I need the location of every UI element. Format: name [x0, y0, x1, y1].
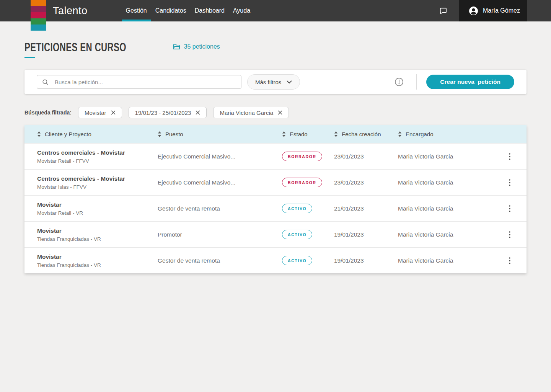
project-name: Tiendas Franquiciadas - VR [37, 236, 158, 242]
column-header-label: Cliente y Proyecto [45, 131, 91, 137]
column-header-puesto[interactable]: Puesto [158, 131, 282, 137]
user-name: María Gómez [483, 7, 520, 14]
table-row[interactable]: Centros comerciales - Movistar Movistar … [24, 143, 527, 169]
petitions-count-link[interactable]: 35 peticiones [173, 43, 220, 50]
user-menu[interactable]: María Gómez [459, 0, 527, 21]
user-avatar-icon [469, 6, 478, 16]
table-row[interactable]: Movistar Movistar Retail - VR Gestor de … [24, 195, 527, 221]
manager-cell: Maria Victoria Garcia [398, 205, 505, 212]
creation-date-cell: 19/01/2023 [334, 231, 398, 238]
filter-chip-daterange[interactable]: 19/01/23 - 25/01/2023 [129, 107, 207, 118]
client-name: Movistar [37, 227, 158, 234]
column-header-label: Estado [290, 131, 308, 137]
creation-date-cell: 21/01/2023 [334, 205, 398, 212]
manager-cell: Maria Victoria Garcia [398, 231, 505, 238]
client-project-cell: Movistar Movistar Retail - VR [37, 201, 158, 216]
nav-item-candidatos[interactable]: Candidatos [151, 0, 191, 21]
title-underline [24, 57, 35, 58]
search-input[interactable] [55, 79, 236, 85]
more-filters-button[interactable]: Más filtros [247, 74, 300, 90]
app-title: Talento [53, 5, 88, 17]
row-actions-kebab-icon[interactable] [505, 256, 514, 265]
close-icon[interactable] [278, 110, 282, 115]
toolbar: Más filtros Crear nueva petición [24, 70, 527, 94]
client-name: Movistar [37, 201, 158, 208]
manager-cell: Maria Victoria Garcia [398, 257, 505, 264]
nav-item-dashboard[interactable]: Dashboard [191, 0, 229, 21]
logo-stripe-orange [31, 0, 46, 6]
table-row[interactable]: Movistar Tiendas Franquiciadas - VR Prom… [24, 221, 527, 247]
table-row[interactable]: Centros comerciales - Movistar Movistar … [24, 169, 527, 195]
page-content: PETICIONES EN CURSO 35 peticiones Más fi… [0, 41, 551, 273]
client-name: Centros comerciales - Movistar [37, 149, 158, 156]
filters-label: Búsqueda filtrada: [24, 109, 72, 116]
create-petition-button[interactable]: Crear nueva petición [426, 75, 514, 89]
sort-icon [334, 131, 338, 137]
creation-date-cell: 23/01/2023 [334, 153, 398, 160]
search-box[interactable] [37, 75, 241, 89]
manager-cell: Maria Victoria Garcia [398, 179, 505, 186]
top-navbar: Talento Gestión Candidatos Dashboard Ayu… [0, 0, 551, 21]
column-header-cliente[interactable]: Cliente y Proyecto [37, 131, 158, 137]
status-badge: ACTIVO [282, 256, 312, 265]
project-name: Tiendas Franquiciadas - VR [37, 262, 158, 268]
nav-item-gestion[interactable]: Gestión [122, 0, 151, 21]
table-header-row: Cliente y Proyecto Puesto Estado Fecha c… [24, 125, 527, 143]
alert-circle-icon[interactable] [395, 77, 404, 87]
nav-item-label: Dashboard [195, 7, 225, 14]
client-project-cell: Movistar Tiendas Franquiciadas - VR [37, 253, 158, 268]
manager-cell: Maria Victoria Garcia [398, 153, 505, 160]
page-title-block: PETICIONES EN CURSO [24, 41, 166, 58]
nav-item-ayuda[interactable]: Ayuda [229, 0, 254, 21]
close-icon[interactable] [111, 110, 116, 115]
sort-icon [398, 131, 402, 137]
nav-item-label: Ayuda [233, 7, 250, 14]
column-header-label: Encargado [406, 131, 434, 137]
position-cell: Ejecutivo Comercial Masivo... [158, 179, 282, 186]
logo-stripe-teal [31, 24, 46, 31]
toolbar-right: Crear nueva petición [395, 74, 514, 90]
more-filters-label: Más filtros [255, 79, 281, 85]
creation-date-cell: 23/01/2023 [334, 179, 398, 186]
client-project-cell: Centros comerciales - Movistar Movistar … [37, 175, 158, 190]
row-actions-kebab-icon[interactable] [505, 204, 514, 213]
search-icon [42, 78, 49, 86]
position-cell: Gestor de venta remota [158, 257, 282, 264]
nav-item-label: Candidatos [155, 7, 186, 14]
column-header-estado[interactable]: Estado [282, 131, 334, 137]
page-title: PETICIONES EN CURSO [24, 41, 126, 54]
page-header: PETICIONES EN CURSO 35 peticiones [24, 41, 527, 58]
chevron-down-icon [287, 80, 292, 84]
filter-chip-label: Movistar [85, 109, 106, 116]
project-name: Movistar Retail - VR [37, 210, 158, 216]
logo-stripe-maroon [31, 6, 46, 12]
position-cell: Gestor de venta remota [158, 205, 282, 212]
status-badge: BORRADOR [282, 178, 322, 187]
sort-icon [158, 131, 161, 137]
main-nav: Gestión Candidatos Dashboard Ayuda [122, 0, 254, 21]
table-row[interactable]: Movistar Tiendas Franquiciadas - VR Gest… [24, 247, 527, 273]
creation-date-cell: 19/01/2023 [334, 257, 398, 264]
petitions-count-label: 35 peticiones [184, 43, 220, 50]
row-actions-kebab-icon[interactable] [505, 230, 514, 239]
client-name: Centros comerciales - Movistar [37, 175, 158, 182]
client-project-cell: Movistar Tiendas Franquiciadas - VR [37, 227, 158, 242]
filter-chip-manager[interactable]: Maria Victoria Garcia [213, 107, 289, 118]
project-name: Movistar Islas - FFVV [37, 184, 158, 190]
logo-stripe-crimson [31, 12, 46, 18]
folder-icon [173, 43, 181, 50]
close-icon[interactable] [196, 110, 200, 115]
status-badge: ACTIVO [282, 230, 312, 239]
position-cell: Ejecutivo Comercial Masivo... [158, 153, 282, 160]
nav-item-label: Gestión [126, 7, 147, 14]
filter-chip-label: Maria Victoria Garcia [220, 109, 273, 116]
chat-icon[interactable] [439, 6, 448, 15]
row-actions-kebab-icon[interactable] [505, 152, 514, 161]
client-project-cell: Centros comerciales - Movistar Movistar … [37, 149, 158, 164]
column-header-fecha[interactable]: Fecha creación [334, 131, 398, 137]
filter-chip-client[interactable]: Movistar [78, 107, 122, 118]
column-header-encargado[interactable]: Encargado [398, 131, 505, 137]
row-actions-kebab-icon[interactable] [505, 178, 514, 187]
sort-icon [282, 131, 286, 137]
column-header-label: Puesto [165, 131, 183, 137]
